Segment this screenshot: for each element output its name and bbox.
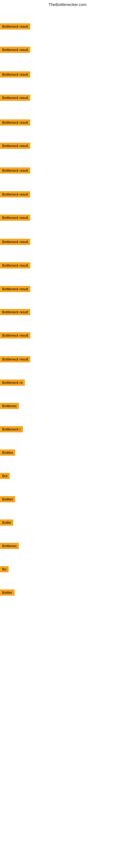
bottleneck-badge: Bottleneck result [0,167,30,174]
bottleneck-badge: Bottleneck result [0,71,30,78]
bottleneck-badge: Bottlen [0,450,15,456]
bottleneck-badge: Bottleneck result [0,215,30,221]
bottleneck-result-item[interactable]: Bottleneck result [0,23,30,30]
bottleneck-result-item[interactable]: Bottleneck re [0,379,25,386]
bottleneck-badge: Bottleneck result [0,262,30,269]
bottleneck-result-item[interactable]: Bottler [0,589,14,596]
bottleneck-badge: Bottleneck r [0,426,23,432]
bottleneck-badge: Bottlen [0,496,15,502]
bottleneck-badge: Bottleneck result [0,356,30,362]
bottleneck-result-item[interactable]: Bottleneck result [0,356,30,362]
bottleneck-result-item[interactable]: Bottleneck result [0,309,30,315]
bottleneck-result-item[interactable]: Bottleneck result [0,71,30,78]
bottleneck-badge: Bottleneck result [0,239,30,245]
bottleneck-result-item[interactable]: Bottleneck result [0,332,30,339]
bottleneck-badge: Bottleneck result [0,119,30,126]
bottleneck-result-item[interactable]: Bottleneck r [0,426,23,432]
bottleneck-result-item[interactable]: Bottleneck result [0,286,30,292]
bottleneck-badge: Bottleneck result [0,332,30,339]
bottleneck-result-item[interactable]: Bottlen [0,496,15,502]
bottleneck-badge: Bottleneck result [0,143,30,149]
site-title: TheBottlenecker.com [49,2,87,7]
bottleneck-badge: Bot [0,473,10,479]
bottleneck-badge: Bo [0,566,9,572]
bottleneck-badge: Bottleneck re [0,379,25,386]
bottleneck-badge: Bottleneck result [0,95,30,101]
bottleneck-badge: Bottleneck result [0,46,30,53]
bottleneck-badge: Bottler [0,589,14,596]
bottleneck-result-item[interactable]: Bottleneck result [0,143,30,149]
bottleneck-result-item[interactable]: Bottlenec [0,543,19,549]
bottleneck-result-item[interactable]: Bottleneck result [0,262,30,269]
bottleneck-badge: Bottleneck result [0,23,30,30]
bottleneck-badge: Bottlenec [0,543,19,549]
bottleneck-result-item[interactable]: Bottleneck result [0,119,30,126]
bottleneck-result-item[interactable]: Bottleneck result [0,46,30,53]
bottleneck-result-item[interactable]: Bottleneck result [0,215,30,221]
bottleneck-badge: Bottleneck result [0,286,30,292]
bottleneck-result-item[interactable]: Bottleneck result [0,167,30,174]
bottleneck-result-item[interactable]: Bot [0,473,10,479]
bottleneck-badge: Bottleneck result [0,191,30,197]
bottleneck-result-item[interactable]: Bottleneck result [0,239,30,245]
bottleneck-result-item[interactable]: Bottleneck result [0,95,30,101]
bottleneck-badge: Bottleneck result [0,309,30,315]
bottleneck-result-item[interactable]: Bottlen [0,450,15,456]
site-header: TheBottlenecker.com [0,0,135,8]
bottleneck-result-item[interactable]: Bottleneck result [0,191,30,197]
bottleneck-badge: Bottlenec [0,403,19,409]
bottleneck-result-item[interactable]: Bo [0,566,9,572]
bottleneck-result-item[interactable]: Bottlenec [0,403,19,409]
bottleneck-badge: Bottle [0,520,13,526]
bottleneck-result-item[interactable]: Bottle [0,520,13,526]
